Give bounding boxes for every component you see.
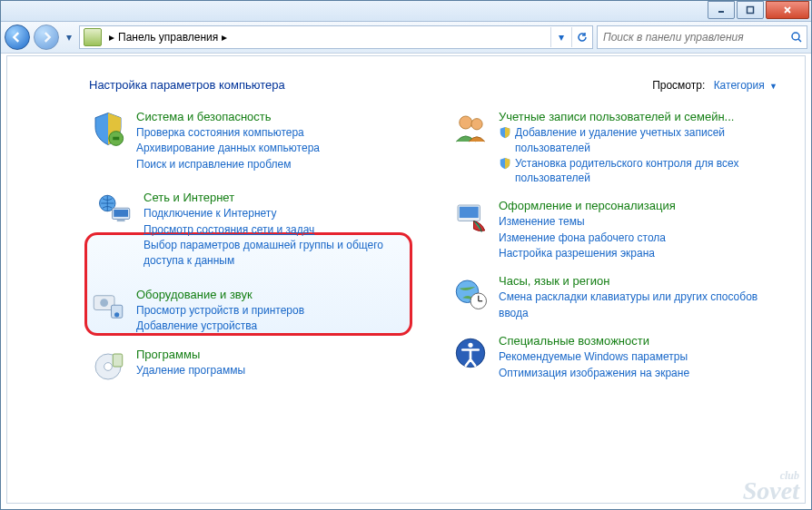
- user-accounts-icon: [451, 110, 490, 148]
- minimize-button[interactable]: [708, 1, 735, 19]
- category-hardware-sound: Оборудование и звук Просмотр устройств и…: [89, 288, 415, 335]
- svg-point-20: [471, 119, 482, 130]
- category-title[interactable]: Учетные записи пользователей и семейн...: [499, 110, 777, 123]
- close-button[interactable]: [766, 1, 809, 19]
- svg-rect-7: [113, 137, 119, 141]
- category-link[interactable]: Архивирование данных компьютера: [136, 141, 415, 156]
- category-title[interactable]: Специальные возможности: [499, 334, 777, 348]
- category-link[interactable]: Подключение к Интернету: [144, 206, 408, 221]
- right-column: Учетные записи пользователей и семейн...…: [451, 110, 777, 386]
- category-programs: Программы Удаление программы: [89, 348, 415, 386]
- svg-rect-22: [460, 207, 479, 218]
- category-link[interactable]: Смена раскладки клавиатуры или других сп…: [499, 289, 777, 321]
- svg-rect-11: [117, 220, 125, 222]
- chevron-down-icon: ▼: [769, 82, 777, 91]
- clock-region-icon: [451, 274, 490, 312]
- system-security-icon: [89, 110, 127, 148]
- category-link-shielded[interactable]: Добавление и удаление учетных записей по…: [499, 125, 777, 156]
- svg-point-19: [460, 116, 472, 129]
- svg-rect-1: [748, 7, 754, 14]
- ease-of-access-icon: [451, 334, 490, 372]
- view-selector[interactable]: Просмотр: Категория ▼: [652, 79, 777, 92]
- category-link[interactable]: Проверка состояния компьютера: [136, 125, 415, 141]
- uac-shield-icon: [499, 126, 511, 139]
- maximize-button[interactable]: [737, 1, 764, 19]
- category-title[interactable]: Сеть и Интернет: [144, 191, 408, 204]
- category-title[interactable]: Оборудование и звук: [136, 288, 415, 301]
- category-network-internet: Сеть и Интернет Подключение к Интернету …: [89, 185, 415, 275]
- appearance-icon: [451, 199, 490, 237]
- back-button[interactable]: [5, 25, 30, 50]
- category-user-accounts: Учетные записи пользователей и семейн...…: [451, 110, 777, 186]
- search-input[interactable]: [598, 31, 787, 44]
- window-controls: [708, 1, 811, 19]
- svg-point-13: [100, 299, 108, 307]
- uac-shield-icon: [499, 157, 511, 170]
- left-column: Система и безопасность Проверка состояни…: [89, 110, 415, 386]
- network-icon: [96, 191, 134, 229]
- category-link[interactable]: Добавление устройства: [136, 319, 415, 334]
- navigation-bar: ▾ ▸ Панель управления ▸ ▾: [1, 22, 811, 54]
- hardware-icon: [89, 288, 127, 326]
- category-link[interactable]: Изменение фона рабочего стола: [499, 230, 777, 246]
- content-header: Настройка параметров компьютера Просмотр…: [89, 78, 777, 92]
- view-label: Просмотр:: [652, 79, 705, 92]
- titlebar: [1, 1, 811, 22]
- category-appearance: Оформление и персонализация Изменение те…: [451, 199, 777, 261]
- category-clock-region: Часы, язык и регион Смена раскладки клав…: [451, 274, 777, 321]
- svg-point-17: [104, 362, 113, 370]
- category-link[interactable]: Просмотр состояния сети и задач: [144, 222, 408, 238]
- svg-point-15: [114, 312, 119, 317]
- category-link[interactable]: Удаление программы: [136, 363, 415, 378]
- history-dropdown[interactable]: ▾: [63, 27, 75, 47]
- forward-button[interactable]: [34, 25, 59, 50]
- svg-rect-18: [113, 354, 123, 367]
- category-title[interactable]: Оформление и персонализация: [499, 199, 777, 212]
- category-link[interactable]: Поиск и исправление проблем: [136, 157, 415, 172]
- category-link[interactable]: Настройка разрешения экрана: [499, 246, 777, 261]
- control-panel-window: ▾ ▸ Панель управления ▸ ▾ Настройка пара…: [0, 0, 812, 510]
- category-link[interactable]: Выбор параметров домашней группы и общег…: [144, 238, 408, 270]
- breadcrumb-root[interactable]: Панель управления: [118, 31, 218, 44]
- category-link[interactable]: Просмотр устройств и принтеров: [136, 303, 415, 319]
- breadcrumb-sep: ▸: [218, 31, 231, 44]
- svg-point-28: [468, 343, 472, 348]
- category-link[interactable]: Оптимизация изображения на экране: [499, 366, 777, 381]
- category-title[interactable]: Программы: [136, 348, 415, 361]
- breadcrumb-sep: ▸: [105, 31, 118, 44]
- svg-rect-10: [114, 210, 128, 217]
- programs-icon: [89, 348, 127, 386]
- category-columns: Система и безопасность Проверка состояни…: [89, 110, 777, 386]
- category-title[interactable]: Система и безопасность: [136, 110, 415, 123]
- category-link-shielded[interactable]: Установка родительского контроля для все…: [499, 156, 777, 187]
- search-box[interactable]: [597, 25, 807, 49]
- content-pane: Настройка параметров компьютера Просмотр…: [6, 55, 806, 504]
- search-icon[interactable]: [787, 31, 807, 44]
- svg-point-4: [792, 33, 799, 40]
- refresh-button[interactable]: [571, 27, 592, 47]
- category-link[interactable]: Рекомендуемые Windows параметры: [499, 349, 777, 365]
- watermark: club Sovet: [743, 472, 799, 501]
- page-title: Настройка параметров компьютера: [89, 78, 285, 92]
- control-panel-icon: [84, 28, 102, 46]
- category-title[interactable]: Часы, язык и регион: [499, 274, 777, 288]
- address-bar[interactable]: ▸ Панель управления ▸ ▾: [79, 25, 593, 49]
- view-value: Категория: [714, 79, 765, 92]
- category-ease-of-access: Специальные возможности Рекомендуемые Wi…: [451, 334, 777, 381]
- category-system-security: Система и безопасность Проверка состояни…: [89, 110, 415, 172]
- category-link[interactable]: Изменение темы: [499, 214, 777, 230]
- svg-line-5: [798, 39, 801, 42]
- address-dropdown[interactable]: ▾: [550, 27, 571, 47]
